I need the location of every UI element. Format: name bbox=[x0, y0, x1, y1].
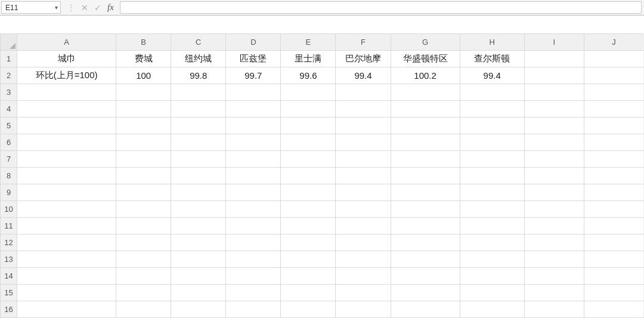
col-head-G[interactable]: G bbox=[391, 34, 460, 51]
cell-J12[interactable] bbox=[584, 234, 643, 251]
cell-D1[interactable]: 匹兹堡 bbox=[226, 51, 281, 67]
cell-A13[interactable] bbox=[17, 251, 116, 268]
cell-F3[interactable] bbox=[336, 84, 391, 101]
cell-H12[interactable] bbox=[460, 234, 524, 251]
cell-H14[interactable] bbox=[460, 268, 524, 285]
row-head-6[interactable]: 6 bbox=[1, 134, 17, 151]
col-head-I[interactable]: I bbox=[524, 34, 584, 51]
cell-C2[interactable]: 99.8 bbox=[171, 67, 226, 84]
formula-input[interactable] bbox=[120, 1, 642, 14]
cell-G7[interactable] bbox=[391, 151, 460, 168]
cell-I8[interactable] bbox=[524, 168, 584, 184]
cell-F13[interactable] bbox=[336, 251, 391, 268]
name-box[interactable]: E11 ▾ bbox=[1, 1, 61, 14]
cell-E15[interactable] bbox=[281, 285, 336, 301]
col-head-J[interactable]: J bbox=[584, 34, 643, 51]
cell-B5[interactable] bbox=[116, 118, 171, 134]
cell-F15[interactable] bbox=[336, 285, 391, 301]
cell-I10[interactable] bbox=[524, 201, 584, 218]
cell-H7[interactable] bbox=[460, 151, 524, 168]
cell-B16[interactable] bbox=[116, 301, 171, 318]
cell-G6[interactable] bbox=[391, 134, 460, 151]
row-head-3[interactable]: 3 bbox=[1, 84, 17, 101]
cell-J10[interactable] bbox=[584, 201, 643, 218]
cell-J13[interactable] bbox=[584, 251, 643, 268]
cell-E10[interactable] bbox=[281, 201, 336, 218]
cell-A15[interactable] bbox=[17, 285, 116, 301]
cell-B2[interactable]: 100 bbox=[116, 67, 171, 84]
cell-G13[interactable] bbox=[391, 251, 460, 268]
row-head-5[interactable]: 5 bbox=[1, 118, 17, 134]
cell-G14[interactable] bbox=[391, 268, 460, 285]
cell-B1[interactable]: 费城 bbox=[116, 51, 171, 67]
cell-C16[interactable] bbox=[171, 301, 226, 318]
cell-H1[interactable]: 查尔斯顿 bbox=[460, 51, 524, 67]
cell-I3[interactable] bbox=[524, 84, 584, 101]
cell-D9[interactable] bbox=[226, 184, 281, 201]
row-head-9[interactable]: 9 bbox=[1, 184, 17, 201]
cell-B14[interactable] bbox=[116, 268, 171, 285]
cell-E9[interactable] bbox=[281, 184, 336, 201]
cell-H5[interactable] bbox=[460, 118, 524, 134]
row-head-10[interactable]: 10 bbox=[1, 201, 17, 218]
cell-A6[interactable] bbox=[17, 134, 116, 151]
cell-I4[interactable] bbox=[524, 101, 584, 118]
cell-F11[interactable] bbox=[336, 218, 391, 234]
cell-B11[interactable] bbox=[116, 218, 171, 234]
col-head-B[interactable]: B bbox=[116, 34, 171, 51]
cell-I12[interactable] bbox=[524, 234, 584, 251]
cell-E6[interactable] bbox=[281, 134, 336, 151]
cell-B3[interactable] bbox=[116, 84, 171, 101]
cell-A9[interactable] bbox=[17, 184, 116, 201]
cell-H10[interactable] bbox=[460, 201, 524, 218]
cell-G16[interactable] bbox=[391, 301, 460, 318]
cell-H13[interactable] bbox=[460, 251, 524, 268]
cell-B12[interactable] bbox=[116, 234, 171, 251]
cell-C15[interactable] bbox=[171, 285, 226, 301]
cell-A10[interactable] bbox=[17, 201, 116, 218]
cell-A11[interactable] bbox=[17, 218, 116, 234]
cell-J15[interactable] bbox=[584, 285, 643, 301]
cell-I13[interactable] bbox=[524, 251, 584, 268]
cell-C4[interactable] bbox=[171, 101, 226, 118]
cell-H2[interactable]: 99.4 bbox=[460, 67, 524, 84]
cell-E5[interactable] bbox=[281, 118, 336, 134]
cell-B8[interactable] bbox=[116, 168, 171, 184]
cell-G4[interactable] bbox=[391, 101, 460, 118]
cancel-icon[interactable]: ✕ bbox=[81, 3, 88, 13]
cell-H16[interactable] bbox=[460, 301, 524, 318]
cell-H3[interactable] bbox=[460, 84, 524, 101]
col-head-F[interactable]: F bbox=[336, 34, 391, 51]
cell-I16[interactable] bbox=[524, 301, 584, 318]
cell-F5[interactable] bbox=[336, 118, 391, 134]
cell-I15[interactable] bbox=[524, 285, 584, 301]
cell-D13[interactable] bbox=[226, 251, 281, 268]
cell-G5[interactable] bbox=[391, 118, 460, 134]
cell-C8[interactable] bbox=[171, 168, 226, 184]
cell-B10[interactable] bbox=[116, 201, 171, 218]
cell-D11[interactable] bbox=[226, 218, 281, 234]
cell-F10[interactable] bbox=[336, 201, 391, 218]
cell-E7[interactable] bbox=[281, 151, 336, 168]
row-head-15[interactable]: 15 bbox=[1, 285, 17, 301]
col-head-E[interactable]: E bbox=[281, 34, 336, 51]
cell-A4[interactable] bbox=[17, 101, 116, 118]
cell-J2[interactable] bbox=[584, 67, 643, 84]
row-head-16[interactable]: 16 bbox=[1, 301, 17, 318]
cell-A14[interactable] bbox=[17, 268, 116, 285]
cell-D16[interactable] bbox=[226, 301, 281, 318]
cell-C9[interactable] bbox=[171, 184, 226, 201]
cell-C14[interactable] bbox=[171, 268, 226, 285]
cell-G8[interactable] bbox=[391, 168, 460, 184]
fx-icon[interactable]: fx bbox=[107, 2, 114, 13]
cell-B13[interactable] bbox=[116, 251, 171, 268]
worksheet[interactable]: A B C D E F G H I J 1城巾费城纽约城匹兹堡里士满巴尔地摩华盛… bbox=[0, 33, 644, 318]
cell-G2[interactable]: 100.2 bbox=[391, 67, 460, 84]
cell-E3[interactable] bbox=[281, 84, 336, 101]
cell-D4[interactable] bbox=[226, 101, 281, 118]
cell-C3[interactable] bbox=[171, 84, 226, 101]
cell-A8[interactable] bbox=[17, 168, 116, 184]
cell-F6[interactable] bbox=[336, 134, 391, 151]
cell-B7[interactable] bbox=[116, 151, 171, 168]
cell-E2[interactable]: 99.6 bbox=[281, 67, 336, 84]
